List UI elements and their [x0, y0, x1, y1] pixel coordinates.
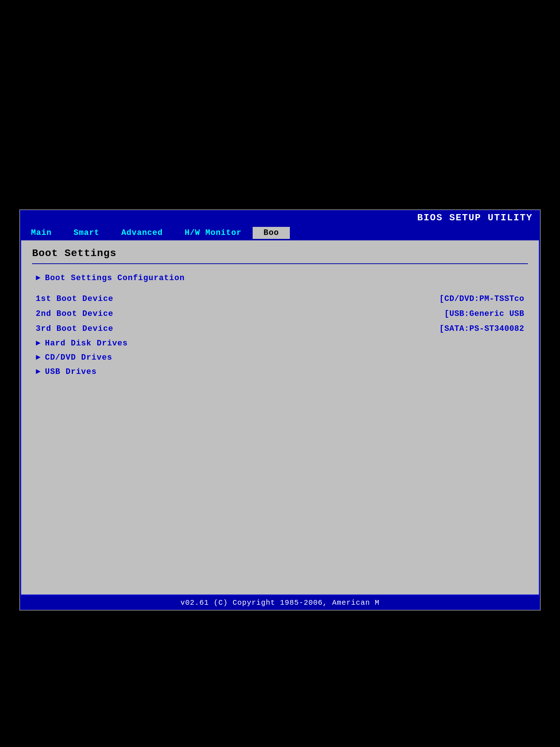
spacer1 [32, 286, 528, 292]
1st-boot-device-entry[interactable]: 1st Boot Device [CD/DVD:PM-TSSTco [32, 292, 528, 306]
hard-disk-drives-arrow: ► [36, 339, 40, 348]
boot-settings-config-arrow: ► [36, 274, 40, 283]
section-divider [32, 263, 528, 264]
cddvd-drives-entry[interactable]: ► CD/DVD Drives [32, 351, 528, 364]
usb-drives-label: USB Drives [45, 367, 97, 376]
cddvd-drives-label: CD/DVD Drives [45, 353, 112, 362]
menu-item-advanced[interactable]: Advanced [110, 227, 174, 239]
menu-bar: Main Smart Advanced H/W Monitor Boo [20, 225, 540, 240]
menu-item-boot[interactable]: Boo [253, 227, 290, 239]
2nd-boot-device-entry[interactable]: 2nd Boot Device [USB:Generic USB [32, 307, 528, 321]
hard-disk-drives-entry[interactable]: ► Hard Disk Drives [32, 337, 528, 350]
menu-item-hw-monitor[interactable]: H/W Monitor [174, 227, 252, 239]
content-area: Boot Settings ► Boot Settings Configurat… [20, 240, 540, 596]
title-text: BIOS SETUP UTILITY [417, 212, 533, 223]
bios-window: BIOS SETUP UTILITY Main Smart Advanced H… [19, 209, 541, 611]
menu-item-main[interactable]: Main [20, 227, 63, 239]
footer-text: v02.61 (C) Copyright 1985-2006, American… [180, 599, 380, 607]
usb-drives-arrow: ► [36, 367, 40, 376]
1st-boot-device-label: 1st Boot Device [36, 294, 439, 303]
bios-screen: BIOS SETUP UTILITY Main Smart Advanced H… [0, 0, 560, 747]
3rd-boot-device-value: [SATA:PS-ST340082 [439, 324, 524, 333]
boot-settings-config-label: Boot Settings Configuration [45, 274, 524, 283]
boot-settings-config-entry[interactable]: ► Boot Settings Configuration [32, 271, 528, 285]
3rd-boot-device-label: 3rd Boot Device [36, 324, 439, 333]
section-title: Boot Settings [32, 248, 528, 259]
usb-drives-entry[interactable]: ► USB Drives [32, 365, 528, 378]
hard-disk-drives-label: Hard Disk Drives [45, 339, 128, 348]
1st-boot-device-value: [CD/DVD:PM-TSSTco [439, 294, 524, 303]
2nd-boot-device-value: [USB:Generic USB [444, 309, 524, 318]
3rd-boot-device-entry[interactable]: 3rd Boot Device [SATA:PS-ST340082 [32, 322, 528, 336]
menu-item-smart[interactable]: Smart [63, 227, 110, 239]
cddvd-drives-arrow: ► [36, 353, 40, 362]
footer-bar: v02.61 (C) Copyright 1985-2006, American… [20, 596, 540, 610]
2nd-boot-device-label: 2nd Boot Device [36, 309, 444, 318]
title-bar: BIOS SETUP UTILITY [20, 210, 540, 225]
